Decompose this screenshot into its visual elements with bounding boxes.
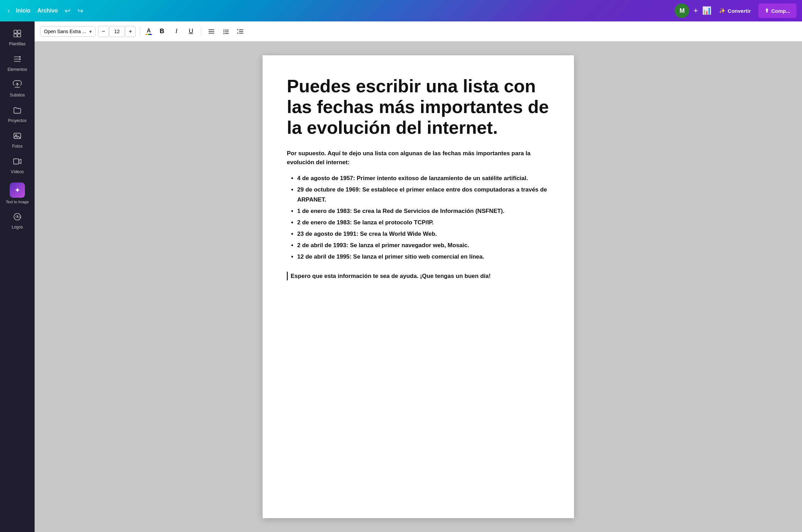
sidebar-item-fotos[interactable]: Fotos [2, 128, 33, 152]
list-item: 23 de agosto de 1991: Se crea la World W… [297, 229, 550, 239]
sidebar-item-label: Fotos [12, 144, 22, 149]
list-item: 1 de enero de 1983: Se crea la Red de Se… [297, 206, 550, 216]
redo-icon[interactable]: ↪ [75, 4, 86, 17]
list-button[interactable] [220, 26, 232, 37]
text-to-image-icon: ✦ [10, 183, 25, 198]
topbar-left: ‹ Inicio Archivo ↩ ↪ [6, 4, 86, 17]
page-footer: Espero que esta información te sea de ay… [287, 272, 550, 281]
svg-point-5 [19, 58, 20, 60]
svg-point-16 [224, 31, 225, 32]
topbar-right: M + 📊 ✨ Convertir ⬆ Comp... [675, 3, 796, 18]
undo-icon[interactable]: ↩ [62, 4, 73, 17]
font-size-decrease-button[interactable]: − [98, 26, 109, 37]
sidebar-item-elementos[interactable]: Elementos [2, 51, 33, 75]
sidebar-item-label: Logos [12, 225, 23, 230]
videos-icon [13, 157, 22, 168]
list-item: 4 de agosto de 1957: Primer intento exit… [297, 174, 550, 184]
font-family-value: Open Sans Extra ... [44, 29, 86, 34]
page-intro: Por supuesto. Aquí te dejo una lista con… [287, 149, 550, 167]
align-button[interactable] [206, 26, 217, 37]
svg-point-18 [224, 33, 225, 34]
text-color-button[interactable]: A [144, 27, 153, 36]
italic-button[interactable]: I [171, 26, 182, 37]
add-icon[interactable]: + [693, 6, 698, 15]
proyectos-icon [13, 106, 22, 117]
list-item: 12 de abril de 1995: Se lanza el primer … [297, 252, 550, 262]
sidebar-item-subidos[interactable]: Subidos [2, 77, 33, 101]
font-size-increase-button[interactable]: + [125, 26, 136, 37]
sidebar-item-label: Text to Image [6, 200, 29, 204]
text-color-letter: A [147, 28, 151, 34]
back-icon[interactable]: ‹ [6, 5, 12, 17]
chart-icon[interactable]: 📊 [702, 6, 711, 15]
svg-rect-0 [14, 30, 17, 33]
elementos-icon [13, 55, 22, 66]
avatar[interactable]: M [675, 3, 689, 18]
list-item: 29 de octubre de 1969: Se establece el p… [297, 185, 550, 205]
svg-rect-2 [14, 34, 17, 37]
canvas-page[interactable]: Puedes escribir una lista con las fechas… [263, 55, 574, 518]
fotos-icon [13, 131, 22, 142]
font-size-control: − 12 + [98, 26, 136, 37]
toolbar: Open Sans Extra ... ▾ − 12 + A B I U [35, 21, 802, 41]
nav-inicio[interactable]: Inicio [13, 6, 33, 16]
compartir-button[interactable]: ⬆ Comp... [758, 3, 796, 18]
content-area: Open Sans Extra ... ▾ − 12 + A B I U [35, 21, 802, 532]
magic-icon: ✨ [719, 8, 726, 14]
plantillas-icon [13, 29, 22, 40]
sidebar-item-label: Subidos [10, 93, 25, 97]
page-list: 4 de agosto de 1957: Primer intento exit… [287, 174, 550, 262]
sidebar-item-label: Elementos [8, 67, 27, 72]
sidebar: Plantillas Elementos Subidos [0, 21, 35, 532]
toolbar-divider-2 [201, 27, 201, 36]
convertir-button[interactable]: ✨ Convertir [716, 6, 754, 16]
sidebar-item-text-to-image[interactable]: ✦ Text to Image [2, 179, 33, 207]
sidebar-item-label: Proyectos [8, 118, 26, 123]
nav-archivo[interactable]: Archivo [35, 6, 61, 16]
svg-rect-3 [18, 34, 21, 37]
topbar: ‹ Inicio Archivo ↩ ↪ M + 📊 ✨ Convertir ⬆… [0, 0, 802, 21]
font-size-value[interactable]: 12 [109, 26, 125, 37]
logos-icon: CO₂ [13, 212, 22, 223]
toolbar-divider-1 [140, 27, 140, 36]
sidebar-item-videos[interactable]: Vídeos [2, 153, 33, 178]
svg-text:CO₂: CO₂ [16, 215, 21, 218]
font-chevron-icon: ▾ [89, 29, 92, 34]
page-title: Puedes escribir una lista con las fechas… [287, 76, 550, 138]
subidos-icon [13, 80, 22, 91]
share-icon: ⬆ [765, 8, 769, 14]
svg-point-14 [224, 29, 225, 30]
sidebar-item-proyectos[interactable]: Proyectos [2, 102, 33, 127]
bold-button[interactable]: B [156, 26, 168, 37]
text-color-bar [146, 34, 152, 35]
underline-button[interactable]: U [185, 26, 197, 37]
sidebar-item-label: Vídeos [11, 169, 24, 174]
svg-point-4 [19, 56, 20, 57]
font-family-selector[interactable]: Open Sans Extra ... ▾ [40, 26, 95, 37]
sidebar-item-logos[interactable]: CO₂ Logos [2, 209, 33, 233]
sidebar-item-plantillas[interactable]: Plantillas [2, 26, 33, 50]
canvas-wrapper: Puedes escribir una lista con las fechas… [35, 41, 802, 532]
main-layout: Plantillas Elementos Subidos [0, 21, 802, 532]
list-item: 2 de abril de 1993: Se lanza el primer n… [297, 241, 550, 251]
svg-rect-8 [13, 159, 19, 164]
line-spacing-button[interactable] [235, 26, 246, 37]
list-item: 2 de enero de 1983: Se lanza el protocol… [297, 218, 550, 228]
svg-rect-1 [18, 30, 21, 33]
sidebar-item-label: Plantillas [9, 41, 26, 46]
